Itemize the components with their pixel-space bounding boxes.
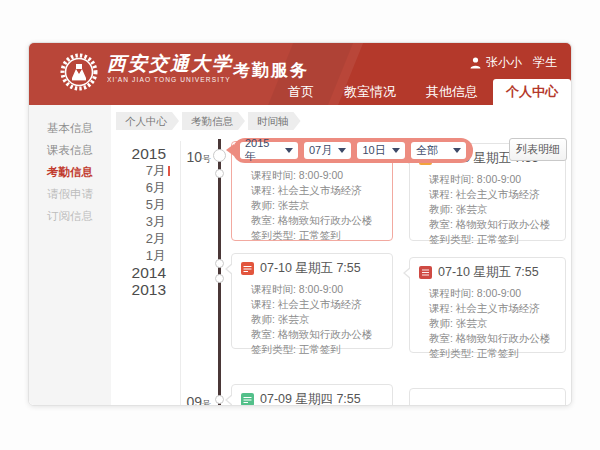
day-dropdown[interactable]: 10日 [357,142,404,159]
person-icon [470,57,481,69]
caret-down-icon [453,148,461,153]
calendar-status-icon [241,393,254,406]
scale-divider [180,141,181,405]
scale-month-6[interactable]: 6月 [84,179,166,196]
month-dropdown[interactable]: 07月 [304,142,351,159]
university-name: 西安交通大学 XI'AN JIAO TONG UNIVERSITY [107,52,233,83]
app-window: 西安交通大学 XI'AN JIAO TONG UNIVERSITY 考勤服务 张… [28,42,572,406]
scale-year-2013[interactable]: 2013 [84,281,166,298]
caret-down-icon [392,148,400,153]
sidebar-item-basic-info[interactable]: 基本信息 [29,117,111,139]
timeline-dot [215,274,224,283]
card-title: 07-10 星期五 7:55 [438,264,539,281]
attendance-card[interactable]: 07-10 星期五 7:55 课程时间: 8:00-9:00 课程: 社会主义市… [231,253,393,349]
caret-down-icon [285,148,293,153]
scale-month-3[interactable]: 3月 [84,213,166,230]
breadcrumb-attendance[interactable]: 考勤信息 [182,112,245,130]
scale-year-2015[interactable]: 2015 [84,145,166,162]
user-role: 学生 [533,54,557,71]
scale-month-5[interactable]: 5月 [84,196,166,213]
timeline-dot [215,169,224,178]
university-name-cn: 西安交通大学 [107,52,233,74]
attendance-card[interactable]: 07-09 星期四 7:55 [231,384,393,406]
university-logo-icon [59,52,99,92]
nav-item-classrooms[interactable]: 教室情况 [329,79,411,105]
type-dropdown[interactable]: 全部 [411,142,466,159]
main-nav: 首页 教室情况 其他信息 个人中心 [273,79,571,105]
user-info[interactable]: 张小小 学生 [470,54,557,71]
nav-item-personal-center[interactable]: 个人中心 [493,79,571,105]
nav-item-other-info[interactable]: 其他信息 [411,79,493,105]
card-title: 07-09 星期四 7:55 [260,391,361,406]
attendance-card[interactable]: 07-10 星期五 7:55 课程时间: 8:00-9:00 课程: 社会主义市… [409,257,566,353]
day-label-09: 09号 [161,393,211,406]
filter-bar: 2015年 07月 10日 全部 [233,138,473,163]
card-title: 07-10 星期五 7:55 [260,260,361,277]
app-header: 西安交通大学 XI'AN JIAO TONG UNIVERSITY 考勤服务 张… [29,43,571,105]
scale-month-1[interactable]: 1月 [84,247,166,264]
caret-down-icon [338,148,346,153]
list-detail-button[interactable]: 列表明细 [509,138,567,161]
scale-year-2014[interactable]: 2014 [84,264,166,281]
scale-month-2[interactable]: 2月 [84,230,166,247]
current-month-marker [168,166,170,176]
year-dropdown[interactable]: 2015年 [240,142,298,159]
timeline-dot-day10[interactable] [213,149,226,162]
content-area: 基本信息 课表信息 考勤信息 请假申请 订阅信息 个人中心 考勤信息 时间轴 2… [29,105,571,405]
seal-status-icon [419,266,432,279]
timeline-dot-day09[interactable] [215,395,224,404]
timeline-dot [215,259,224,268]
timeline-scale: 2015 7月 6月 5月 3月 2月 1月 2014 2013 [84,145,166,298]
calendar-status-icon [241,262,254,275]
timeline-axis [218,139,221,405]
university-name-en: XI'AN JIAO TONG UNIVERSITY [107,76,233,83]
breadcrumb-personal-center[interactable]: 个人中心 [116,112,179,130]
breadcrumb: 个人中心 考勤信息 时间轴 [116,112,301,130]
attendance-card[interactable] [409,388,566,406]
attendance-app-screen: 西安交通大学 XI'AN JIAO TONG UNIVERSITY 考勤服务 张… [0,0,600,450]
user-name: 张小小 [486,54,522,71]
nav-item-home[interactable]: 首页 [273,79,329,105]
breadcrumb-timeline[interactable]: 时间轴 [248,112,301,130]
day-label-10: 10号 [161,148,211,166]
scale-month-7[interactable]: 7月 [84,162,166,179]
